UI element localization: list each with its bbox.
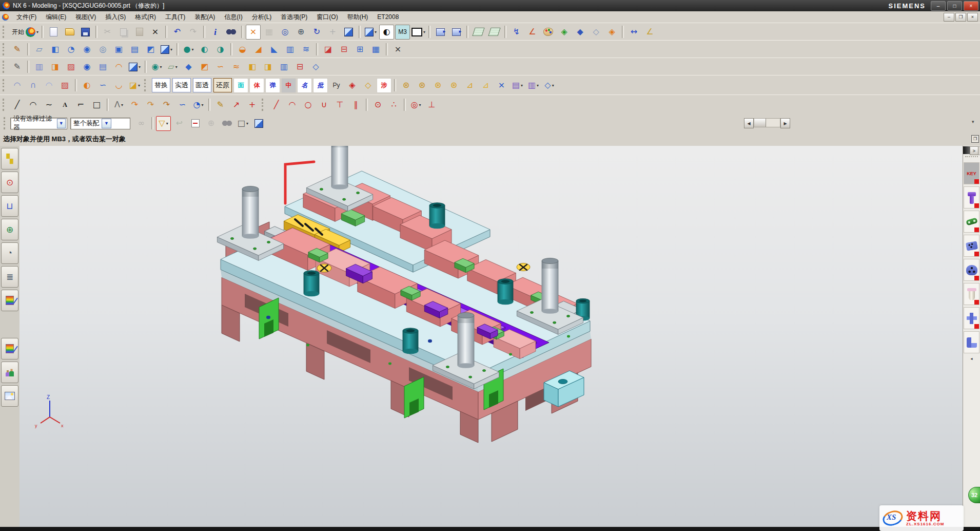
new-file-icon[interactable] [46, 25, 61, 40]
palette-item-bushing[interactable] [964, 283, 979, 305]
perspective-icon[interactable] [341, 25, 356, 40]
section-curve-icon[interactable]: ∽ [175, 98, 190, 112]
pad-feature-icon[interactable]: ▤ [95, 60, 110, 74]
palette-item-elbow[interactable] [964, 331, 979, 353]
copy-icon[interactable] [116, 25, 131, 40]
batch-char-button[interactable]: 批 [313, 78, 328, 93]
interpart-selection-icon[interactable]: ∞ [134, 116, 149, 131]
cut-icon[interactable]: ✂ [100, 25, 115, 40]
scrollbar-thumb[interactable] [754, 119, 766, 127]
toolbar-grip[interactable] [3, 26, 7, 38]
point-set-icon[interactable]: ∴ [386, 98, 401, 112]
hole-icon[interactable]: ◉ [80, 42, 94, 57]
scene-studio-icon[interactable] [1, 338, 18, 359]
body-group-icon[interactable]: ▾ [127, 60, 142, 74]
show-object-icon[interactable]: ◇ [589, 25, 603, 40]
wcs-dynamics-icon[interactable]: ∠ [525, 25, 540, 40]
ruled-surface-icon[interactable]: ◠ [10, 78, 25, 93]
reuse-library-icon[interactable]: ⊕ [1, 219, 18, 240]
corner-shelf-icon[interactable]: ◨ [261, 60, 276, 74]
pan-view-icon[interactable]: + [325, 25, 340, 40]
polyline-icon[interactable]: Λ▾ [111, 98, 126, 112]
gold-tool-3-icon[interactable]: ⊛ [430, 78, 445, 93]
save-icon[interactable] [78, 25, 93, 40]
face-char-button[interactable]: 面 [233, 78, 248, 93]
shaded-view-icon[interactable]: ▾ [363, 25, 378, 40]
flange-icon[interactable]: ◠ [111, 60, 126, 74]
start-button[interactable]: 开始▾ [10, 25, 39, 40]
rib-icon[interactable]: ▥ [277, 60, 291, 74]
intersect-icon[interactable]: ◑ [213, 42, 228, 57]
diamond-tool-icon[interactable]: ◇▾ [542, 78, 557, 93]
assembly-navigator-icon[interactable]: ▚ [1, 148, 18, 169]
rollback-icon[interactable]: ↩ [172, 116, 187, 131]
dropdown-arrow-icon[interactable]: ▾ [138, 83, 140, 88]
panel-grip[interactable] [965, 156, 978, 160]
dropdown-arrow-icon[interactable]: ▾ [170, 47, 172, 52]
boss-icon[interactable]: ◎ [95, 42, 110, 57]
stud-icon[interactable]: ◎▾ [408, 98, 423, 112]
palette-item-cross[interactable] [964, 307, 979, 329]
toolbar-grip[interactable] [4, 117, 8, 129]
find-component-icon[interactable] [220, 116, 234, 131]
dropdown-arrow-icon[interactable]: ▾ [139, 65, 141, 69]
split-window-icon[interactable] [449, 25, 464, 40]
trim-curve-icon[interactable]: ↗ [229, 98, 244, 112]
dropdown-arrow-icon[interactable]: ▾ [537, 83, 539, 88]
viewport-3d-canvas[interactable]: Z x y [19, 146, 963, 527]
dropdown-arrow-icon[interactable]: ▾ [552, 83, 554, 88]
scroll-left-button[interactable]: ◀ [744, 118, 754, 128]
soft-blend-icon[interactable]: ≈ [229, 60, 244, 74]
menu-item[interactable]: 工具(T) [161, 12, 190, 22]
arc2-icon[interactable]: ◠ [285, 98, 300, 112]
dropdown-arrow-icon[interactable]: ▾ [201, 103, 203, 107]
dropdown-arrow-icon[interactable]: ▾ [121, 103, 123, 107]
selection-scope-combo[interactable]: 整个装配 ▼ [70, 118, 130, 129]
datum-plane-icon[interactable]: ▱ [32, 42, 47, 57]
toolbar-grip[interactable] [3, 43, 7, 55]
gold-tool-1-icon[interactable]: ⊛ [399, 78, 414, 93]
panel-scrollbar[interactable]: > [963, 146, 980, 155]
palette-item-link[interactable] [964, 211, 979, 233]
notebook-2-icon[interactable]: ▥▾ [526, 78, 541, 93]
spline-icon[interactable]: ∼ [42, 98, 56, 112]
scrollbar-thumb[interactable] [963, 146, 970, 154]
menu-item[interactable]: 视图(V) [71, 12, 101, 22]
close-button[interactable]: × [964, 1, 978, 11]
palette-item-bracket[interactable] [964, 235, 979, 257]
copy-py-icon[interactable]: Py [329, 78, 344, 93]
zoom-in-out-icon[interactable]: ⊕ [293, 25, 308, 40]
menu-item[interactable]: 窗口(O) [312, 12, 342, 22]
bend-icon[interactable]: ◩ [197, 60, 212, 74]
zoom-region-icon[interactable]: ▦ [262, 25, 277, 40]
invert-blank-icon[interactable]: ◈ [604, 25, 619, 40]
immediate-hide-icon[interactable]: ◆ [573, 25, 587, 40]
center-char-button[interactable]: 中 [281, 78, 296, 93]
dropdown-arrow-icon[interactable]: ▾ [175, 65, 178, 69]
menu-item[interactable]: 首选项(P) [276, 12, 312, 22]
image-background-icon[interactable] [1, 385, 18, 407]
face-translucent-button[interactable]: 面透 [193, 78, 211, 92]
constraint-icon[interactable]: ⊥ [424, 98, 439, 112]
spring-char-button[interactable]: 弹 [265, 78, 280, 93]
chamfer-corner-icon[interactable]: ⌐ [73, 98, 88, 112]
object-display-icon[interactable] [541, 25, 556, 40]
emboss-icon[interactable]: ◩ [143, 42, 158, 57]
interference-char-button[interactable]: 涉 [377, 78, 391, 93]
corner-flange-icon[interactable]: ◪▾ [127, 78, 142, 93]
measure-angle-icon[interactable]: ∠ [642, 25, 657, 40]
replace-button[interactable]: 替换 [152, 78, 170, 92]
find-icon[interactable] [224, 25, 239, 40]
dropdown-arrow-icon[interactable]: ▾ [419, 103, 421, 107]
zoom-circle-icon[interactable]: ◎ [278, 25, 292, 40]
paste-icon[interactable] [132, 25, 147, 40]
gold-tool-2-icon[interactable]: ⊛ [415, 78, 429, 93]
m3-view-button[interactable]: M3 [395, 25, 410, 40]
graphics-viewport[interactable]: Z x y [19, 146, 963, 527]
mirror-feature-icon[interactable]: ⊞ [352, 42, 367, 57]
highlight-icon[interactable]: ↯ [509, 25, 524, 40]
thread-icon[interactable]: ≋ [299, 42, 313, 57]
show-hide-icon[interactable]: ◈ [557, 25, 572, 40]
studio-surface-icon[interactable]: ◐ [80, 78, 94, 93]
menu-item[interactable]: ET2008 [373, 12, 403, 22]
